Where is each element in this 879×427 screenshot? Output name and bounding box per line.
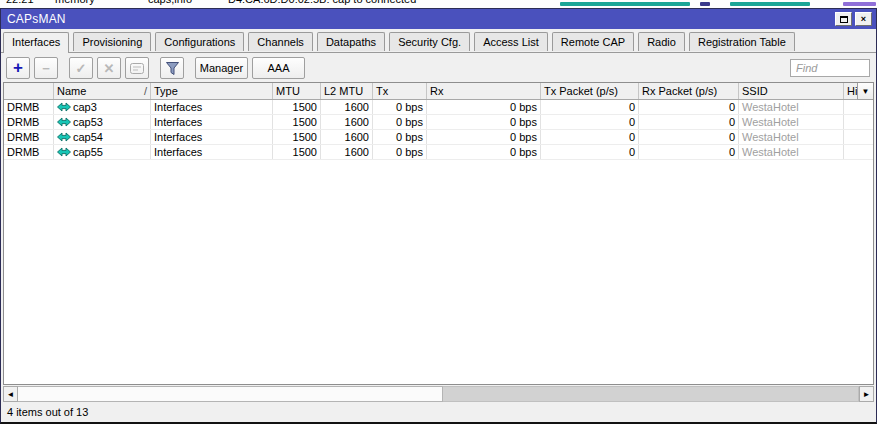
col-rx[interactable]: Rx	[427, 83, 541, 99]
check-icon: ✓	[76, 62, 87, 75]
row-hide-ssid	[844, 130, 858, 144]
col-tx-packet[interactable]: Tx Packet (p/s)	[541, 83, 639, 99]
wireless-interface-icon	[57, 147, 71, 157]
log-highlight-teal	[560, 2, 690, 6]
log-topic2: caps,info	[148, 0, 192, 5]
manager-button[interactable]: Manager	[195, 57, 248, 79]
tab-access-list[interactable]: Access List	[474, 32, 548, 51]
scrollbar-track[interactable]	[443, 386, 859, 402]
tab-interfaces[interactable]: Interfaces	[3, 32, 69, 53]
row-mtu: 1500	[273, 100, 321, 114]
tab-datapaths[interactable]: Datapaths	[317, 32, 385, 51]
find-input[interactable]	[790, 59, 870, 77]
row-flags: DRMB	[4, 115, 54, 129]
row-mtu: 1500	[273, 115, 321, 129]
row-type: Interfaces	[151, 100, 273, 114]
row-tx: 0 bps	[373, 130, 427, 144]
col-tx[interactable]: Tx	[373, 83, 427, 99]
col-l2mtu[interactable]: L2 MTU	[321, 83, 373, 99]
row-l2mtu: 1600	[321, 145, 373, 159]
table-row[interactable]: DRMB cap54 Interfaces 1500 1600 0 bps 0 …	[4, 130, 873, 145]
add-button[interactable]: +	[6, 57, 30, 79]
tab-remote-cap[interactable]: Remote CAP	[552, 32, 634, 51]
col-hide-ssid[interactable]: Hid	[844, 83, 858, 99]
row-tx: 0 bps	[373, 115, 427, 129]
table-row[interactable]: DRMB cap3 Interfaces 1500 1600 0 bps 0 b…	[4, 100, 873, 115]
row-rx-packet: 0	[639, 100, 739, 114]
remove-button[interactable]: −	[34, 57, 58, 79]
tab-registration-table[interactable]: Registration Table	[689, 32, 795, 51]
row-name: cap3	[54, 100, 151, 114]
tab-provisioning[interactable]: Provisioning	[73, 32, 151, 51]
tab-radio[interactable]: Radio	[638, 32, 685, 51]
disable-button[interactable]: ✕	[97, 57, 121, 79]
cross-icon: ✕	[104, 62, 115, 75]
tab-channels[interactable]: Channels	[248, 32, 312, 51]
wireless-interface-icon	[57, 117, 71, 127]
scroll-right-button[interactable]: ►	[859, 386, 874, 402]
scrollbar-thumb[interactable]	[18, 386, 443, 402]
col-flags[interactable]	[4, 83, 54, 99]
row-rx: 0 bps	[427, 130, 541, 144]
col-name[interactable]: Name/	[54, 83, 151, 99]
row-mtu: 1500	[273, 145, 321, 159]
tab-security-cfg[interactable]: Security Cfg.	[389, 32, 470, 51]
sort-ascending-icon: /	[144, 85, 147, 97]
row-tx-packet: 0	[541, 100, 639, 114]
col-ssid[interactable]: SSID	[739, 83, 844, 99]
log-highlight-purple	[843, 2, 876, 6]
row-flags: DRMB	[4, 100, 54, 114]
comment-icon	[130, 63, 144, 74]
row-name: cap53	[54, 115, 151, 129]
col-type[interactable]: Type	[151, 83, 273, 99]
log-message: D4:CA:6D:D0:02:5B: cap to connected	[228, 0, 416, 5]
horizontal-scrollbar[interactable]: ◄ ►	[3, 386, 874, 402]
col-mtu[interactable]: MTU	[273, 83, 321, 99]
row-tx-packet: 0	[541, 115, 639, 129]
row-tx: 0 bps	[373, 145, 427, 159]
arrow-right-icon: ►	[863, 390, 871, 399]
filter-button[interactable]	[160, 57, 184, 79]
wireless-interface-icon	[57, 102, 71, 112]
status-bar: 4 items out of 13	[1, 402, 876, 422]
row-mtu: 1500	[273, 130, 321, 144]
enable-button[interactable]: ✓	[69, 57, 93, 79]
row-type: Interfaces	[151, 145, 273, 159]
row-l2mtu: 1600	[321, 130, 373, 144]
row-l2mtu: 1600	[321, 115, 373, 129]
filter-funnel-icon	[166, 62, 179, 75]
item-count-text: 4 items out of 13	[7, 406, 88, 418]
row-rx: 0 bps	[427, 100, 541, 114]
table-row[interactable]: DRMB cap53 Interfaces 1500 1600 0 bps 0 …	[4, 115, 873, 130]
tab-configurations[interactable]: Configurations	[155, 32, 244, 51]
row-l2mtu: 1600	[321, 100, 373, 114]
row-name: cap55	[54, 145, 151, 159]
row-rx: 0 bps	[427, 145, 541, 159]
row-rx-packet: 0	[639, 145, 739, 159]
row-ssid: WestaHotel	[739, 145, 844, 159]
arrow-left-icon: ◄	[7, 390, 15, 399]
minus-icon: −	[42, 62, 50, 75]
capsman-window: CAPsMAN × Interfaces Provisioning Config…	[0, 8, 877, 424]
row-hide-ssid	[844, 100, 858, 114]
plus-icon: +	[13, 59, 23, 76]
row-ssid: WestaHotel	[739, 115, 844, 129]
table-row[interactable]: DRMB cap55 Interfaces 1500 1600 0 bps 0 …	[4, 145, 873, 160]
window-title: CAPsMAN	[7, 12, 66, 26]
log-highlight-teal2	[730, 2, 810, 6]
maximize-button[interactable]	[835, 12, 852, 26]
interfaces-table: Name/ Type MTU L2 MTU Tx Rx Tx Packet (p…	[3, 82, 874, 385]
table-header-row: Name/ Type MTU L2 MTU Tx Rx Tx Packet (p…	[4, 83, 873, 100]
col-rx-packet[interactable]: Rx Packet (p/s)	[639, 83, 739, 99]
row-tx-packet: 0	[541, 145, 639, 159]
comment-button[interactable]	[125, 57, 149, 79]
row-rx-packet: 0	[639, 115, 739, 129]
close-button[interactable]: ×	[855, 12, 872, 26]
aaa-button[interactable]: AAA	[252, 57, 305, 79]
scroll-left-button[interactable]: ◄	[3, 386, 18, 402]
wireless-interface-icon	[57, 132, 71, 142]
row-flags: DRMB	[4, 130, 54, 144]
column-select-button[interactable]: ▼	[857, 83, 873, 100]
background-log-strip: 22:21 memory caps,info D4:CA:6D:D0:02:5B…	[0, 0, 879, 8]
titlebar[interactable]: CAPsMAN ×	[1, 9, 876, 29]
